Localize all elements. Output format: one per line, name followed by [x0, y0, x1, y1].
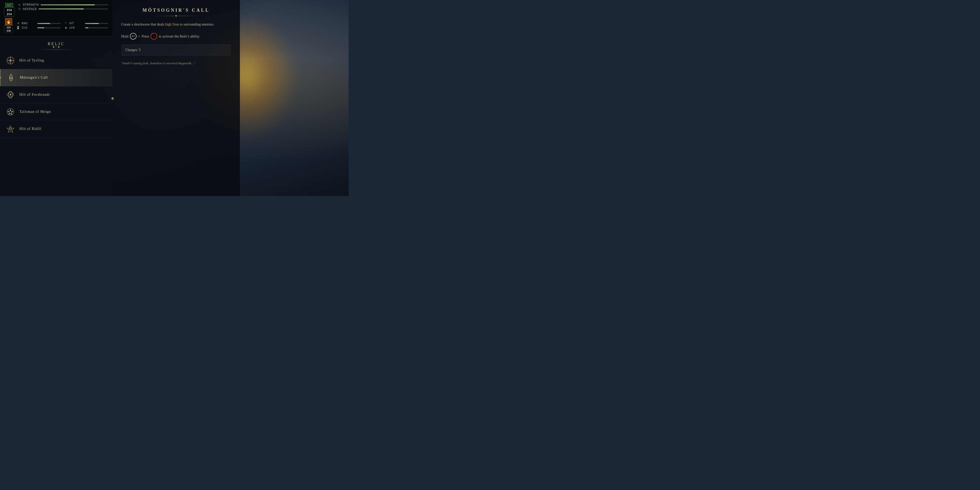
charges-section: Charges: 5: [121, 45, 231, 56]
cld-icon: ⏳: [16, 26, 20, 29]
strength-label: STRENGTH: [23, 3, 39, 6]
lck-label: LCK: [69, 26, 83, 29]
panel-arrow-icon: ◆: [111, 96, 114, 100]
stat-row-cld: ⏳ CLD: [16, 26, 61, 29]
relic-icon-talisman-meign: [5, 107, 16, 117]
vit-bar: [85, 23, 108, 24]
lck-icon: ◈: [64, 26, 68, 29]
strength-bar-fill: [41, 4, 95, 5]
relic-list: Hilt of Tyrfing ! Mótsognir's Call: [0, 52, 112, 196]
description-suffix: to surrounding enemies.: [179, 22, 214, 26]
ability-values: 133 150: [4, 25, 13, 33]
stats-area: HP 214 214 ⚔ STRENGTH 🛡: [0, 0, 112, 37]
lck-bar-fill: [85, 27, 89, 28]
charges-label: Charges: 5: [125, 48, 141, 52]
relic-item-talisman-meign[interactable]: Talisman of Meign: [0, 103, 112, 121]
active-item-indicator: [0, 76, 2, 79]
strength-bar: [41, 4, 108, 5]
defence-label: DEFENCE: [23, 8, 37, 11]
stat-row-rnc: ✕ RNC: [16, 22, 61, 25]
relic-name-hilt-tyrfing: Hilt of Tyrfing: [19, 59, 44, 62]
vit-label: VIT: [69, 22, 83, 25]
rnc-bar-fill: [37, 23, 50, 24]
hp-max: 214: [6, 12, 12, 16]
circle-button-badge: ○: [151, 33, 157, 40]
relic-item-hilt-ridill[interactable]: Hilt of Ridill: [0, 121, 112, 138]
rnc-label: RNC: [22, 22, 36, 25]
defence-bar-fill: [38, 8, 84, 10]
lck-bar: [85, 27, 108, 28]
detail-title: MÓTSOGNIR'S CALL: [121, 8, 231, 13]
defence-icon: 🛡: [18, 7, 21, 11]
activation-plus: +: [138, 33, 140, 40]
relic-icon-hilt-forsbrandr: [5, 89, 16, 100]
strength-icon: ⚔: [18, 3, 21, 6]
svg-point-8: [10, 94, 11, 95]
ability-block: 🔥 133 150: [4, 18, 13, 33]
detail-activation: Hold L1 + Press ○ to activate the Relic'…: [121, 33, 231, 40]
cld-label: CLD: [22, 26, 36, 29]
cld-bar-fill: [37, 27, 44, 28]
cld-bar: [37, 27, 61, 28]
stat-row-defence: 🛡 DEFENCE: [18, 7, 108, 11]
activation-press-text: Press: [142, 33, 149, 40]
header-diamond-left: [52, 46, 55, 48]
relic-item-motsognirs-call[interactable]: ! Mótsognir's Call: [0, 69, 112, 86]
l1-button-badge: L1: [130, 33, 137, 40]
relic-item-hilt-tyrfing[interactable]: Hilt of Tyrfing: [0, 52, 112, 69]
rnc-bar: [37, 23, 61, 24]
lore-text: "Sindri's tuning fork. Somehow it surviv…: [121, 60, 231, 66]
detail-divider: [121, 15, 231, 17]
svg-marker-10: [7, 126, 14, 132]
hp-current: 214: [6, 8, 12, 12]
activation-hold-text: Hold: [121, 33, 128, 40]
relic-item-hilt-forsbrandr[interactable]: Hilt of Forsbrandr: [0, 86, 112, 103]
stun-highlight: high Stun: [165, 22, 179, 26]
detail-panel: MÓTSOGNIR'S CALL Create a shockwave that…: [112, 0, 240, 196]
relic-header-decoration: [0, 46, 112, 48]
rnc-icon: ✕: [16, 22, 20, 25]
stat-row-vit: ♡ VIT: [64, 22, 108, 25]
svg-text:!: !: [11, 76, 11, 80]
relic-title: RELIC: [48, 41, 65, 46]
divider-diamond: [175, 15, 177, 17]
ability-max: 150: [6, 29, 11, 32]
detail-description: Create a shockwave that deals high Stun …: [121, 22, 231, 27]
defence-bar: [38, 8, 108, 10]
svg-point-11: [10, 128, 11, 130]
relic-name-motsognirs-call: Mótsognir's Call: [20, 76, 48, 80]
hp-values: 214 214: [4, 7, 14, 17]
stats-middle: 🔥 133 150 ✕ RNC ♡ VIT: [4, 18, 108, 33]
stat-row-strength: ⚔ STRENGTH: [18, 3, 108, 6]
stat-row-lck: ◈ LCK: [64, 26, 108, 29]
left-panel: HP 214 214 ⚔ STRENGTH 🛡: [0, 0, 112, 196]
relic-name-hilt-ridill: Hilt of Ridill: [19, 127, 41, 131]
activation-suffix: to activate the Relic's ability.: [159, 33, 200, 40]
hp-label: HP: [5, 3, 13, 7]
relic-section-header: RELIC: [0, 37, 112, 52]
relic-name-hilt-forsbrandr: Hilt of Forsbrandr: [19, 93, 50, 97]
relic-icon-hilt-tyrfing: [5, 55, 16, 66]
vit-icon: ♡: [64, 22, 68, 25]
ability-icon: 🔥: [5, 18, 12, 25]
header-diamond-right: [58, 46, 60, 48]
description-prefix: Create a shockwave that deals: [121, 22, 165, 26]
relic-name-talisman-meign: Talisman of Meign: [19, 110, 51, 114]
stats-right: ✕ RNC ♡ VIT ⏳ CLD: [16, 22, 108, 29]
hp-block: HP 214 214: [4, 3, 14, 17]
ability-current: 133: [6, 26, 11, 29]
relic-icon-motsognirs-call: !: [6, 72, 16, 83]
vit-bar-fill: [85, 23, 99, 24]
relic-icon-hilt-ridill: [5, 124, 16, 134]
